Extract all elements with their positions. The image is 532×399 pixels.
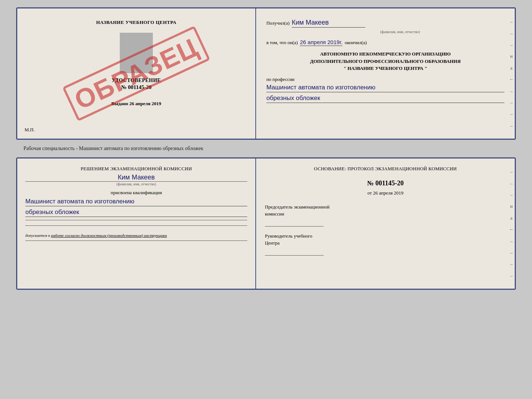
vydano-date: 26 апреля 2019 — [129, 101, 161, 106]
org-line3: " НАЗВАНИЕ УЧЕБНОГО ЦЕНТРА " — [266, 65, 504, 72]
dopuskaetsya-line: допускается к работе согласно должностны… — [25, 233, 247, 238]
protocol-number: № 001145-20 — [265, 179, 506, 187]
predsedatel-signature — [265, 219, 324, 227]
underline-1 — [25, 220, 247, 220]
photo-placeholder — [120, 33, 153, 73]
vtom-date: 26 апреля 2019г. — [300, 39, 342, 46]
prisvoena-text: присвоена квалификация — [25, 190, 247, 196]
bdash-6: – — [510, 261, 513, 266]
underline-2 — [25, 225, 247, 226]
bottom-right-dashes: – – – и а ← – – – – — [508, 158, 515, 289]
po-professii: по профессии — [266, 76, 504, 82]
dash-1: – — [510, 19, 513, 24]
fio-hint-top: (фамилия, имя, отчество) — [296, 30, 504, 34]
dash-7: – — [510, 123, 513, 128]
caption: Рабочая специальность - Машинист автомат… — [24, 146, 203, 152]
poluchil-label: Получил(а) — [266, 20, 290, 26]
org-line2: ДОПОЛНИТЕЛЬНОГО ПРОФЕССИОНАЛЬНОГО ОБРАЗО… — [266, 58, 504, 65]
rukovoditel-block: Руководитель учебного Центра — [265, 232, 506, 256]
org-block: АВТОНОМНУЮ НЕКОММЕРЧЕСКУЮ ОРГАНИЗАЦИЮ ДО… — [266, 50, 504, 72]
qualification-line2: обрезных обложек — [25, 209, 247, 217]
school-name-top: НАЗВАНИЕ УЧЕБНОГО ЦЕНТРА — [96, 19, 177, 25]
dash-arrow: ← — [509, 77, 514, 82]
dash-6: – — [510, 111, 513, 116]
dopuskaetsya-underlined: работе согласно должностным (производств… — [51, 233, 167, 238]
top-doc-right: Получил(а) Ким Макеев (фамилия, имя, отч… — [256, 8, 515, 139]
predsedatel-label: Председатель экзаменационной — [265, 203, 506, 211]
ot-label: от — [367, 190, 372, 196]
dash-2: – — [510, 31, 513, 36]
dash-i: и — [510, 54, 513, 58]
receiver-line: Получил(а) Ким Макеев — [266, 19, 504, 28]
bdash-arrow: ← — [509, 227, 514, 232]
vtom-label: в том, что он(а) — [266, 40, 298, 46]
protocol-date-value: 26 апреля 2019 — [373, 190, 403, 196]
vydano-label: Выдано — [111, 101, 128, 106]
dash-a: а — [510, 65, 513, 70]
bdash-3: – — [510, 192, 513, 197]
bdash-a: а — [510, 215, 513, 220]
bdash-2: – — [510, 181, 513, 186]
profession-line1: Машинист автомата по изготовлению — [266, 84, 504, 92]
bdash-i: и — [510, 204, 513, 209]
vydano-line: Выдано 26 апреля 2019 — [111, 101, 161, 107]
qualification-line1: Машинист автомата по изготовлению — [25, 198, 247, 206]
udostoverenie-number: № 001145-20 — [112, 84, 161, 90]
bottom-doc-left: Решением экзаменационной комиссии Ким Ма… — [17, 158, 256, 289]
tsentra-label: Центра — [265, 239, 506, 247]
bottom-fio-hint: (фамилия, имя, отчество) — [25, 181, 247, 186]
bottom-doc-right: Основание: протокол экзаменационной коми… — [256, 158, 515, 289]
osnovanie-text: Основание: протокол экзаменационной коми… — [265, 165, 506, 173]
bottom-document: Решением экзаменационной комиссии Ким Ма… — [16, 157, 516, 290]
udostoverenie-block: УДОСТОВЕРЕНИЕ № 001145-20 — [112, 78, 161, 90]
bdash-1: – — [510, 169, 513, 174]
recipient-name: Ким Макеев — [292, 19, 365, 28]
dopuskaetsya-prefix: допускается к — [25, 233, 50, 238]
bdash-7: – — [510, 273, 513, 278]
rukovoditel-label: Руководитель учебного — [265, 232, 506, 240]
okonchil-label: окончил(а) — [345, 40, 367, 46]
underline-3 — [25, 241, 247, 241]
org-line1: АВТОНОМНУЮ НЕКОММЕРЧЕСКУЮ ОРГАНИЗАЦИЮ — [266, 50, 504, 58]
mp-label: М.П. — [25, 127, 35, 133]
udostoverenie-title: УДОСТОВЕРЕНИЕ — [112, 78, 161, 83]
bottom-fio-name: Ким Макеев — [25, 174, 247, 181]
profession-line2: обрезных обложек — [266, 95, 504, 103]
rukovoditel-signature — [265, 248, 324, 256]
vtom-line: в том, что он(а) 26 апреля 2019г. окончи… — [266, 39, 504, 46]
dash-5: – — [510, 100, 513, 105]
top-doc-left: НАЗВАНИЕ УЧЕБНОГО ЦЕНТРА УДОСТОВЕРЕНИЕ №… — [17, 8, 256, 139]
top-document: НАЗВАНИЕ УЧЕБНОГО ЦЕНТРА УДОСТОВЕРЕНИЕ №… — [16, 7, 516, 140]
predsedatel-block: Председатель экзаменационной комиссии — [265, 203, 506, 227]
dash-4: – — [510, 89, 513, 93]
bdash-4: – — [510, 239, 513, 243]
right-dashes: – – – и а ← – – – – — [508, 8, 515, 139]
bdash-5: – — [510, 250, 513, 255]
protocol-date: от 26 апреля 2019 — [265, 190, 506, 196]
reshenie-text: Решением экзаменационной комиссии — [25, 165, 247, 173]
komissii-label: комиссии — [265, 210, 506, 218]
dash-3: – — [510, 42, 513, 47]
